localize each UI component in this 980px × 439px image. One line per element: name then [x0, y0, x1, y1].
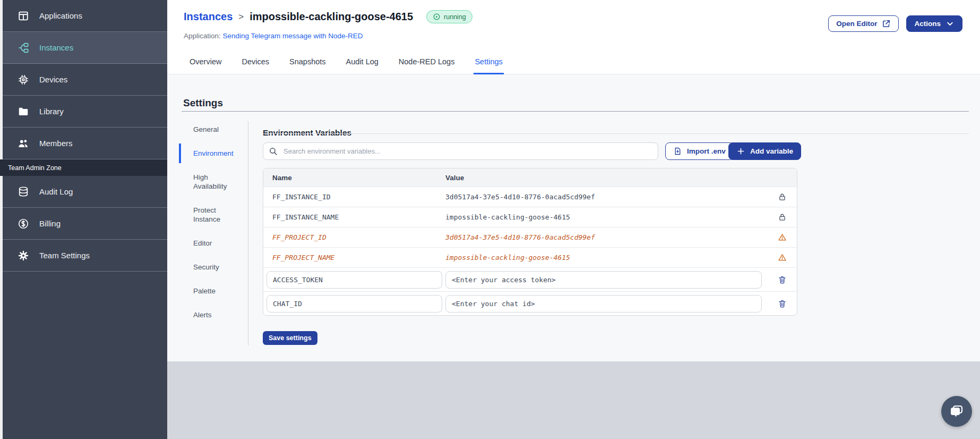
env-search [263, 142, 658, 160]
tab-devices[interactable]: Devices [240, 57, 270, 74]
actions-button[interactable]: Actions [906, 15, 962, 32]
app-window: Applications Instances Devices Library M… [0, 0, 980, 439]
env-name: FF_PROJECT_ID [263, 233, 445, 241]
sidebar-item-team-settings[interactable]: Team Settings [3, 240, 167, 272]
instance-tabs: Overview Devices Snapshots Audit Log Nod… [188, 57, 504, 74]
sidebar-item-audit-log[interactable]: Audit Log [3, 176, 167, 208]
settings-subnav: General Environment High Availability Pr… [179, 120, 243, 329]
sidebar-item-label: Team Settings [39, 251, 90, 260]
warning-icon [778, 233, 787, 242]
tab-settings[interactable]: Settings [474, 57, 503, 74]
applications-icon [18, 10, 29, 22]
env-name-input[interactable] [267, 271, 442, 289]
warning-icon [778, 253, 787, 262]
tab-overview[interactable]: Overview [188, 57, 222, 74]
sidebar-item-applications[interactable]: Applications [3, 0, 167, 32]
sidebar-item-label: Devices [39, 75, 67, 84]
chevron-down-icon [945, 19, 955, 28]
subnav-item-palette[interactable]: Palette [179, 281, 243, 301]
search-icon [269, 147, 278, 156]
env-value-input[interactable] [445, 295, 762, 313]
sidebar-item-label: Applications [39, 11, 82, 20]
import-document-icon [673, 147, 682, 156]
trash-icon[interactable] [778, 299, 787, 308]
subnav-item-alerts[interactable]: Alerts [179, 305, 243, 325]
env-value: impossible-cackling-goose-4615 [445, 213, 767, 221]
sidebar-item-label: Library [39, 107, 64, 116]
tab-snapshots[interactable]: Snapshots [288, 57, 327, 74]
sidebar-item-instances[interactable]: Instances [3, 32, 167, 64]
actions-label: Actions [914, 20, 941, 28]
tab-audit-log[interactable]: Audit Log [345, 57, 380, 74]
subnav-item-security[interactable]: Security [179, 257, 243, 277]
sidebar-item-label: Instances [39, 43, 73, 52]
env-panel-title: Environment Variables [263, 128, 351, 138]
env-value-input[interactable] [445, 271, 762, 289]
open-editor-button[interactable]: Open Editor [828, 15, 899, 32]
running-play-icon [433, 13, 441, 21]
settings-page-title: Settings [183, 97, 223, 109]
page-header: Instances > impossible-cackling-goose-46… [167, 0, 980, 74]
search-input[interactable] [282, 147, 652, 156]
env-name: FF_INSTANCE_NAME [263, 213, 445, 221]
add-variable-button[interactable]: Add variable [728, 142, 801, 160]
members-users-icon [18, 138, 29, 149]
trash-icon[interactable] [778, 275, 787, 284]
status-badge: running [426, 10, 472, 23]
chat-widget-button[interactable] [941, 396, 972, 427]
billing-dollar-icon [18, 218, 29, 230]
add-variable-label: Add variable [750, 147, 793, 155]
env-name-input[interactable] [267, 295, 442, 313]
settings-content: Settings General Environment High Availa… [167, 75, 980, 361]
import-env-label: Import .env [687, 147, 726, 155]
library-folder-icon [18, 106, 29, 117]
sidebar-item-members[interactable]: Members [3, 128, 167, 159]
import-env-button[interactable]: Import .env [665, 142, 734, 160]
sidebar-item-devices[interactable]: Devices [3, 64, 167, 96]
sidebar-item-label: Billing [39, 219, 61, 228]
subnav-item-high-availability[interactable]: High Availability [179, 167, 243, 196]
table-row: FF_INSTANCE_ID 3d0517a4-37e5-4d10-8776-0… [263, 187, 797, 207]
table-body: FF_INSTANCE_ID 3d0517a4-37e5-4d10-8776-0… [263, 187, 797, 315]
admin-zone-label: Team Admin Zone [0, 159, 167, 176]
env-value: impossible-cackling-goose-4615 [445, 254, 767, 261]
devices-icon [18, 74, 29, 86]
table-row: FF_PROJECT_NAME impossible-cackling-goos… [263, 247, 797, 267]
breadcrumb: Instances > impossible-cackling-goose-46… [184, 10, 472, 23]
table-row [263, 291, 797, 315]
table-row: FF_INSTANCE_NAME impossible-cackling-goo… [263, 207, 797, 227]
lock-icon [778, 192, 787, 201]
application-line: Application: Sending Telegram message wi… [184, 32, 363, 40]
sidebar-item-label: Audit Log [39, 187, 73, 196]
column-header-value: Value [445, 174, 767, 182]
sidebar-item-label: Members [39, 139, 73, 148]
breadcrumb-instances-link[interactable]: Instances [184, 11, 233, 23]
env-name: FF_PROJECT_NAME [263, 254, 445, 261]
table-row: FF_PROJECT_ID 3d0517a4-37e5-4d10-8776-0a… [263, 227, 797, 247]
subnav-item-editor[interactable]: Editor [179, 233, 243, 253]
header-buttons: Open Editor Actions [828, 15, 962, 32]
external-link-icon [882, 19, 891, 28]
application-label: Application: [184, 32, 221, 40]
admin-zone-band: Team Admin Zone [3, 159, 167, 176]
env-value: 3d0517a4-37e5-4d10-8776-0acad5cd99ef [445, 233, 767, 241]
tab-node-red-logs[interactable]: Node-RED Logs [398, 57, 456, 74]
subnav-item-general[interactable]: General [179, 120, 243, 139]
sidebar: Applications Instances Devices Library M… [3, 0, 167, 439]
column-header-name: Name [263, 174, 445, 182]
sidebar-item-library[interactable]: Library [3, 96, 167, 128]
save-settings-button[interactable]: Save settings [263, 331, 317, 345]
divider [248, 121, 248, 345]
table-row [263, 267, 797, 291]
subnav-item-environment[interactable]: Environment [179, 143, 243, 163]
env-name: FF_INSTANCE_ID [263, 193, 445, 201]
instances-icon [18, 42, 29, 54]
gear-icon [18, 250, 29, 261]
footer-band [167, 361, 980, 439]
sidebar-item-billing[interactable]: Billing [3, 208, 167, 240]
lock-icon [778, 213, 787, 222]
status-badge-label: running [444, 13, 466, 21]
subnav-item-protect-instance[interactable]: Protect Instance [179, 200, 243, 229]
application-link[interactable]: Sending Telegram message with Node-RED [223, 32, 363, 40]
divider [182, 111, 969, 112]
